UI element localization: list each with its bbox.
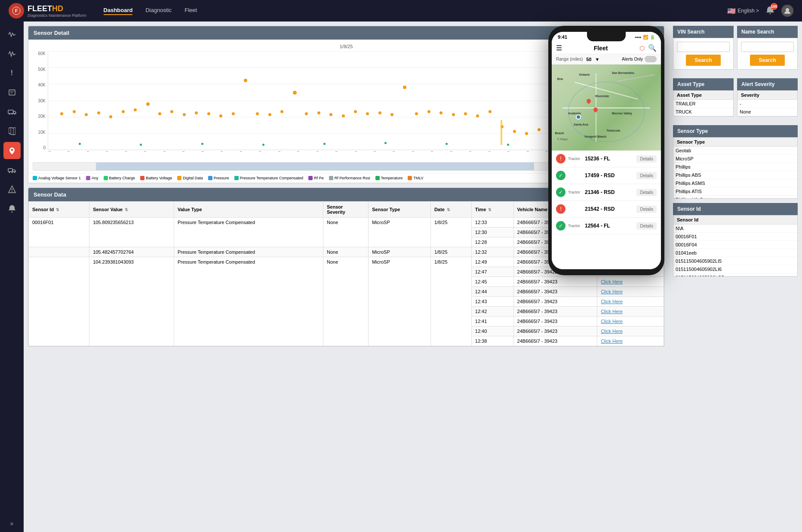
legend-tmlv: TMLV <box>408 176 423 180</box>
phone-title: Fleet <box>565 45 636 52</box>
sidebar-item-expand[interactable]: » <box>3 515 21 532</box>
sidebar-item-warnings[interactable] <box>3 181 21 198</box>
vehicle-name-cell: 24B6665I7 - 39423 <box>513 336 597 346</box>
detail-link[interactable]: Click Here <box>601 338 623 344</box>
map-label-ontario: Ontario <box>579 73 590 76</box>
severity-dash[interactable]: - <box>737 100 797 108</box>
vehicle-details-btn-1[interactable]: Details <box>636 155 657 163</box>
sidebar-item-alerts[interactable]: ! <box>3 65 21 82</box>
sensor-type-phillips-lift[interactable]: Phillips Lift Gate <box>673 196 797 198</box>
vehicle-type-5: Tractor <box>565 224 583 228</box>
search-row: VIN Search Search Name Search Search <box>673 26 798 74</box>
severity-none[interactable]: None <box>737 108 797 116</box>
vin-search-button[interactable]: Search <box>686 55 720 66</box>
name-search-button[interactable]: Search <box>750 55 784 66</box>
detail-link[interactable]: Click Here <box>601 279 623 284</box>
severity-col-header: Severity <box>737 91 797 100</box>
hamburger-icon[interactable]: ☰ <box>556 44 562 52</box>
sensor-type-phillips-abs[interactable]: Phillips ABS <box>673 171 797 179</box>
vehicle-details-btn-2[interactable]: Details <box>636 172 657 179</box>
name-search-input[interactable] <box>741 42 794 52</box>
vehicle-details-btn-5[interactable]: Details <box>636 222 657 230</box>
col-sensor-id: Sensor Id ⇅ <box>29 202 89 218</box>
svg-point-15 <box>11 172 12 173</box>
sidebar-item-sensors[interactable] <box>3 84 21 101</box>
sidebar-item-trucks[interactable] <box>3 161 21 178</box>
vehicle-name-cell: 24B6665I7 - 39423 <box>513 277 597 287</box>
sidebar: ! » <box>0 22 24 532</box>
language-selector[interactable]: 🇺🇸 English > <box>727 7 759 15</box>
sensor-type-phillips-asms[interactable]: Phillips ASMS <box>673 179 797 188</box>
notification-bell[interactable]: 100 <box>765 6 775 16</box>
sensor-id-4[interactable]: 015115004605902LI6 <box>673 265 797 274</box>
sensor-id-cell <box>29 247 89 257</box>
svg-point-8 <box>11 114 12 115</box>
map-label-newportbeach: Newport Beach <box>584 135 606 138</box>
asset-type-header: Asset Type <box>673 78 734 90</box>
detail-link[interactable]: Click Here <box>601 329 623 334</box>
sensor-type-geotab[interactable]: Geotab <box>673 147 797 155</box>
sidebar-item-diagnostics[interactable] <box>3 45 21 62</box>
time-cell: 12:47 <box>471 267 513 277</box>
sensor-id-0[interactable]: 00016F01 <box>673 233 797 241</box>
col-sensor-value: Sensor Value ⇅ <box>89 202 174 218</box>
search-icon[interactable]: 🔍 <box>648 44 657 52</box>
detail-link[interactable]: Click Here <box>601 299 623 304</box>
phone-time: 9:41 <box>558 34 567 40</box>
notification-count: 100 <box>771 3 777 10</box>
legend-rf-pe: Rf Pe <box>308 176 324 180</box>
sensor-type-microsp[interactable]: MicroSP <box>673 155 797 163</box>
sidebar-item-fleet[interactable] <box>3 103 21 120</box>
vehicle-name-cell: 24B6665I7 - 39423 <box>513 307 597 317</box>
sidebar-item-map[interactable] <box>3 123 21 140</box>
alerts-toggle-switch[interactable] <box>645 56 657 62</box>
nav-fleet[interactable]: Fleet <box>184 7 197 15</box>
asset-type-truck[interactable]: TRUCK <box>673 108 733 116</box>
nav-dashboard[interactable]: Dashboard <box>104 7 133 15</box>
time-cell: 12:28 <box>471 237 513 247</box>
top-navigation: F FLEETHD Diagnostics Maintenance Platfo… <box>0 0 802 22</box>
detail-link[interactable]: Click Here <box>601 289 623 294</box>
vehicle-name-5: 12564 - FL <box>585 223 636 229</box>
sensor-type-body: Sensor Type Geotab MicroSP Phillips Phil… <box>673 137 798 199</box>
signal-icon: ▪▪▪▪ <box>635 35 641 40</box>
alert-severity-list: - None <box>737 100 797 116</box>
asset-type-col-header: Asset Type <box>673 91 733 100</box>
sensor-id-list: N\A 00016F01 00016F04 01041eeb 015115004… <box>673 224 797 276</box>
vehicle-details-btn-4[interactable]: Details <box>636 206 657 213</box>
vehicle-name-3: 21346 - RSD <box>585 189 636 195</box>
sensor-type-phillips-atis[interactable]: Phillips ATIS <box>673 188 797 196</box>
wifi-icon: 📶 <box>643 35 648 40</box>
logo-text: FLEETHD Diagnostics Maintenance Platform <box>28 4 86 18</box>
asset-type-trailer[interactable]: TRAILER <box>673 100 733 108</box>
sensor-id-1[interactable]: 00016F04 <box>673 241 797 249</box>
map-location-dot <box>576 114 581 120</box>
map-label-santaana: Santa Ana <box>574 123 588 126</box>
y-label-40k: 40K <box>38 83 46 87</box>
sidebar-item-health[interactable] <box>3 26 21 43</box>
vehicle-details-btn-3[interactable]: Details <box>636 189 657 196</box>
sensor-id-na[interactable]: N\A <box>673 224 797 233</box>
time-cell: 12:38 <box>471 336 513 346</box>
sidebar-item-active[interactable] <box>3 142 21 159</box>
sensor-id-2[interactable]: 01041eeb <box>673 249 797 257</box>
sensor-id-5[interactable]: 015115004605902LO5 <box>673 274 797 276</box>
vehicle-status-alert: ! <box>556 154 565 163</box>
user-avatar[interactable] <box>781 5 793 17</box>
vin-search-input[interactable] <box>677 42 730 52</box>
range-chevron[interactable]: ▼ <box>595 57 600 62</box>
alert-severity-section: Alert Severity Severity - None <box>737 78 798 117</box>
sensor-id-3[interactable]: 015115004605902LI5 <box>673 257 797 265</box>
map-pin-1 <box>586 98 592 104</box>
detail-link[interactable]: Click Here <box>601 319 623 324</box>
sensor-type-phillips[interactable]: Phillips <box>673 163 797 171</box>
sensor-id-header: Sensor Id <box>673 203 798 215</box>
date-cell: 1/8/25 <box>430 247 471 257</box>
sidebar-item-alerts2[interactable] <box>3 200 21 217</box>
nav-diagnostic[interactable]: Diagnostic <box>145 7 172 15</box>
time-cell: 12:42 <box>471 307 513 317</box>
vehicle-status-ok-5: ✓ <box>556 221 565 231</box>
legend-analog: Analog Voltage Sensor 1 <box>33 176 81 180</box>
phone-screen: 9:41 ▪▪▪▪ 📶 🔋 ☰ Fleet ⬡ 🔍 Range (miles) … <box>552 32 661 269</box>
detail-link[interactable]: Click Here <box>601 309 623 314</box>
